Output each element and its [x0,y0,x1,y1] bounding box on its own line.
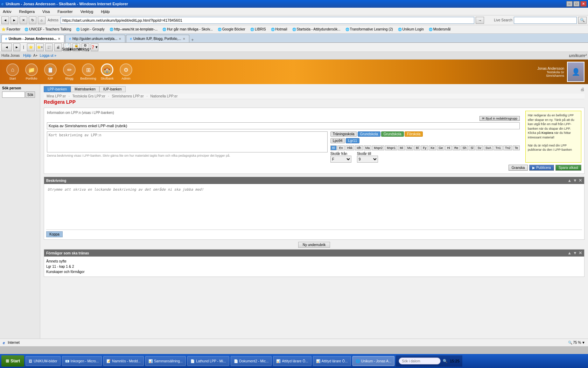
toolbar-help[interactable]: ❓▼ [91,43,98,51]
taskbar-namnlos[interactable]: 📝 Namnlös - Medd... [103,356,144,366]
fav-startsida[interactable]: 🌐Startsida - Attitydundersök... [291,27,342,32]
lpp-title-input[interactable] [47,122,520,129]
taskbar-dokument2[interactable]: 📄 Dokument2 - Mic... [231,356,272,366]
fav-hotmail[interactable]: 🌐Hotmail [270,27,289,32]
refresh-button[interactable]: ↻ [29,16,36,24]
subject-badge-re[interactable]: Re [453,145,460,150]
subject-badge-en[interactable]: En [337,145,345,150]
tab-iup[interactable]: e Unikum IUP, Blogg, Portfolio,... ✕ [126,35,189,42]
tab-guider[interactable]: e http://guider.unikum.net/pla... ✕ [65,35,125,42]
tab-unikum[interactable]: e Unikum - Jonas Anderssso... ✕ [1,35,64,42]
go-button[interactable]: → [476,17,484,24]
stop-button[interactable]: ✕ [20,16,27,24]
toolbar-tools[interactable]: ⚙ Verktyg▼ [82,43,89,51]
nav-blogg[interactable]: ✏ Blogg [60,62,78,82]
subject-badge-sva[interactable]: SvA [484,145,493,150]
search-go-button[interactable]: 🔍 [578,17,587,24]
subject-badge-te[interactable]: Te [513,145,520,150]
address-input[interactable] [61,17,474,24]
koppa-button[interactable]: Koppa [46,231,63,237]
nav-skolbank[interactable]: 🏫 Skolbank [98,62,116,82]
breadcrumb-simrishamn[interactable]: Simrishamns LPP:er [112,94,144,98]
nav-bedomning[interactable]: ⊞ Bedömning [79,62,97,82]
year-from-select[interactable]: F [330,156,351,163]
subject-badge-mi[interactable]: Mi [398,145,405,150]
beskrivning-close[interactable]: ✕ [579,178,582,183]
menu-arkiv[interactable]: Arkiv [1,9,13,14]
subject-badge-hi[interactable]: Hi [445,145,452,150]
maximize-button[interactable]: □ [573,1,580,7]
publicera-button[interactable]: ▶ Publicera [529,165,554,171]
beskrivning-arrow-up[interactable]: ▲ [567,178,572,183]
ny-underrubrik-button[interactable]: Ny underrubrik [298,242,330,248]
start-button[interactable]: ⊞ Start [1,355,24,367]
subject-badge-tn1[interactable]: Tn1 [493,145,503,150]
subject-badge-sv[interactable]: Sv [476,145,483,150]
beskrivning-textarea[interactable] [46,186,582,228]
fav-unikum[interactable]: 🌐Unikum Login [397,27,425,32]
school-traning[interactable]: Träningsskola [330,131,357,137]
nav-iup[interactable]: 📋 IUP [41,62,59,82]
zoom-control[interactable]: 🔍 75 % ▼ [568,341,585,345]
subject-badge-hkk[interactable]: Hkk [345,145,355,150]
subject-badge-bl[interactable]: Bl [414,145,420,150]
curriculum-lgr11[interactable]: Lgr11 [346,138,360,143]
nav-admin[interactable]: ⚙ Admin [117,62,135,82]
taskbar-sammansallning[interactable]: 📊 Sammansällning... [145,356,186,366]
help-link[interactable]: Hjälp [23,54,31,57]
taskbar-attityd2[interactable]: 📊 Attityd lärare Ö... [313,356,351,366]
close-button[interactable]: ✕ [580,1,587,7]
minimize-button[interactable]: ─ [566,1,573,7]
menu-hjalp[interactable]: Hjälp [99,9,111,14]
formagar-arrow-up[interactable]: ▲ [567,251,572,255]
curriculum-lpo94[interactable]: Lpo94 [330,138,345,143]
lpp-tab-iup[interactable]: IUP-banken [99,86,126,92]
subject-badge-bl[interactable]: Bl [330,145,337,150]
formagar-arrow-down[interactable]: ▼ [573,251,577,255]
sidebar-search-button[interactable]: Sök [26,91,35,98]
sidebar-search-input[interactable] [2,91,25,98]
subject-badge-idh[interactable]: Idh [355,145,363,150]
fav-login[interactable]: 🌐Login - Grouply [75,27,106,32]
breadcrumb-mina[interactable]: Mina LPP:er [47,94,66,98]
toolbar-add-favorites[interactable]: ⭐+ [36,43,44,51]
breadcrumb-testskola[interactable]: Testskola Grs LPP:er [72,94,105,98]
menu-favoriter[interactable]: Favoriter [56,9,74,14]
fav-hur[interactable]: 🌐Hur går man tillväga - Skolv... [161,27,214,32]
subject-badge-mu[interactable]: Mu [406,145,414,150]
taskbar-unikum[interactable]: 🌐 Unikum - Jonas A... [352,356,395,366]
fontsize-up[interactable]: A+ [33,54,38,57]
fav-unicef[interactable]: 🌐UNICEF - Teachers Talking [23,27,72,32]
invite-editors-button[interactable]: ✉ Bjud in redaktörsgrupp [479,116,520,121]
granska-button[interactable]: Granska [509,165,528,171]
school-grundskola2[interactable]: Grundskola [381,131,404,137]
subject-badge-mspr2[interactable]: Mspr2 [372,145,384,150]
fav-hlr[interactable]: 🌐http--www.hlr.se-template-... [108,27,159,32]
subject-badge-sl[interactable]: Sl [469,145,475,150]
lpp-tab-matris[interactable]: Matrisbanken [71,86,99,92]
print-icon[interactable]: 🖨 [580,87,584,92]
breadcrumb-nationella[interactable]: Nationella LPP:er [150,94,177,98]
beskrivning-arrow-down[interactable]: ▼ [573,178,577,183]
fav-modersmal[interactable]: 🌐Modersmål [427,27,452,32]
menu-visa[interactable]: Visa [41,9,51,14]
subject-badge-sh[interactable]: Sh [461,145,468,150]
lpp-tab-bank[interactable]: LPP-banken [44,86,71,92]
fav-transformative[interactable]: 🌐Transformative Learning (2) [344,27,394,32]
toolbar-feeds[interactable]: 📰 [45,43,53,51]
nav-start[interactable]: ⌂ Start [4,62,22,82]
toolbar-forward[interactable]: ► [13,43,20,51]
lpp-description-textarea[interactable] [47,131,328,152]
toolbar-favorites[interactable]: ⭐ [27,43,35,51]
tab-close-iup[interactable]: ✕ [183,37,186,41]
subject-badge-tn2[interactable]: Tn2 [503,145,512,150]
logout-link[interactable]: Logga ut » [40,54,56,57]
live-search-input[interactable] [514,17,577,24]
taskbar-inkorgen[interactable]: 📧 Inkorgen - Micro... [62,356,102,366]
spara-button[interactable]: Spara utkast [555,165,581,171]
menu-verktyg[interactable]: Verktyg [79,9,95,14]
subject-badge-ke[interactable]: Ke [429,145,436,150]
subject-badge-ge[interactable]: Ge [437,145,444,150]
taskbar-search-input[interactable] [399,357,441,364]
menu-redigera[interactable]: Redigera [18,9,36,14]
